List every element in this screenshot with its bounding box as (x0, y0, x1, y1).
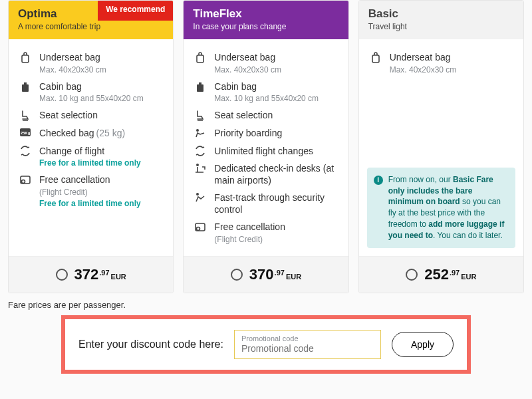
price-decimal: .97 (450, 269, 460, 277)
bag-underseat-icon (194, 52, 206, 64)
apply-button[interactable]: Apply (392, 332, 454, 357)
price-row: 372.97EUR (9, 256, 173, 293)
svg-point-14 (197, 227, 200, 231)
feature-text: Underseat bag (214, 52, 275, 63)
feature-list: Underseat bagMax. 40x20x30 cmCabin bagMa… (184, 39, 348, 256)
fare-card-optima: We recommendOptimaA more comfortable tri… (8, 0, 174, 293)
feature-item: Seat selection (19, 110, 162, 122)
promo-label: Enter your discount code here: (78, 338, 223, 350)
feature-item: 25KgChecked bag(25 kg) (19, 128, 162, 140)
feature-detail: Max. 10 kg and 55x40x20 cm (214, 94, 319, 104)
fasttrack-icon (194, 192, 206, 203)
seat-icon (194, 110, 206, 122)
promo-input[interactable] (241, 342, 374, 354)
fare-notice: iFrom now on, our Basic Fare only includ… (367, 168, 515, 248)
feature-detail: Max. 40x20x30 cm (390, 65, 457, 75)
change-icon (194, 146, 206, 156)
svg-point-6 (22, 180, 25, 184)
svg-rect-9 (199, 82, 201, 84)
radio-icon[interactable] (406, 269, 418, 281)
feature-item: Free cancellation(Flight Credit)Free for… (19, 174, 162, 209)
feature-promo: Free for a limited time only (39, 158, 141, 168)
bag-underseat-icon (19, 52, 31, 64)
bag-underseat-icon (370, 52, 382, 64)
feature-item: Underseat bagMax. 40x20x30 cm (19, 52, 162, 75)
fare-cards: We recommendOptimaA more comfortable tri… (8, 0, 524, 293)
feature-text: Cabin bag (39, 81, 82, 92)
feature-item: Seat selection (194, 110, 337, 122)
svg-point-11 (196, 164, 199, 166)
price-row: 252.97EUR (359, 256, 523, 293)
promo-placeholder: Promotional code (241, 334, 374, 342)
feature-text: Underseat bag (390, 52, 451, 63)
feature-text: Checked bag (39, 128, 94, 138)
notice-text: . You can do it later. (433, 231, 503, 240)
feature-detail: Max. 40x20x30 cm (214, 65, 281, 75)
feature-item: Underseat bagMax. 40x20x30 cm (194, 52, 337, 75)
promo-input-wrap[interactable]: Promotional code (234, 330, 381, 359)
recommend-ribbon: We recommend (98, 1, 173, 21)
notice-text: From now on, our (388, 175, 453, 184)
feature-detail: (25 kg) (96, 128, 126, 138)
feature-detail: Max. 40x20x30 cm (39, 65, 106, 75)
card-title: Basic (368, 7, 514, 21)
card-header: BasicTravel light (359, 1, 523, 39)
feature-list: Underseat bagMax. 40x20x30 cmCabin bagMa… (9, 39, 173, 256)
feature-text: Free cancellation (39, 174, 110, 185)
svg-rect-8 (197, 84, 203, 92)
price-whole: 252 (424, 266, 449, 283)
card-subtitle: In case your plans change (193, 22, 338, 31)
radio-icon[interactable] (56, 269, 68, 281)
card-title: TimeFlex (193, 7, 338, 21)
svg-rect-7 (197, 55, 203, 63)
change-icon (19, 146, 31, 156)
seat-icon (19, 110, 31, 122)
card-header: We recommendOptimaA more comfortable tri… (9, 1, 173, 39)
feature-item: Free cancellation(Flight Credit) (194, 221, 337, 245)
price-row: 370.97EUR (184, 256, 348, 293)
price-decimal: .97 (275, 269, 285, 277)
feature-item: Cabin bagMax. 10 kg and 55x40x20 cm (19, 81, 162, 104)
feature-item: Priority boarding (194, 128, 337, 140)
card-subtitle: A more comfortable trip (18, 22, 164, 31)
svg-text:25Kg: 25Kg (21, 131, 31, 135)
card-subtitle: Travel light (368, 22, 514, 31)
bag-checked-icon: 25Kg (19, 128, 31, 137)
svg-rect-1 (22, 84, 29, 92)
feature-item: Underseat bagMax. 40x20x30 cm (370, 52, 513, 75)
fare-card-basic: BasicTravel lightUnderseat bagMax. 40x20… (358, 0, 524, 293)
cancel-icon (19, 174, 31, 185)
feature-detail: (Flight Credit) (214, 235, 285, 245)
radio-icon[interactable] (231, 269, 243, 281)
promo-code-box: Enter your discount code here: Promotion… (61, 315, 471, 374)
feature-detail: (Flight Credit) (39, 188, 141, 198)
feature-text: Free cancellation (214, 221, 285, 232)
feature-text: Cabin bag (214, 81, 257, 92)
feature-text: Underseat bag (39, 52, 100, 63)
price-select[interactable]: 372.97EUR (56, 266, 126, 283)
svg-point-12 (196, 193, 199, 196)
bag-cabin-icon (194, 81, 206, 93)
feature-item: Change of flightFree for a limited time … (19, 146, 162, 169)
price-decimal: .97 (99, 269, 109, 277)
feature-text: Seat selection (214, 110, 273, 120)
price-select[interactable]: 252.97EUR (406, 266, 476, 283)
cancel-icon (194, 221, 206, 232)
svg-rect-0 (22, 55, 29, 63)
price-currency: EUR (286, 273, 301, 281)
feature-item: Cabin bagMax. 10 kg and 55x40x20 cm (194, 81, 337, 104)
price-currency: EUR (111, 273, 126, 281)
price-whole: 370 (249, 266, 274, 283)
bag-cabin-icon (19, 81, 31, 93)
desk-icon (194, 163, 206, 174)
svg-rect-2 (24, 82, 27, 84)
feature-text: Seat selection (39, 110, 98, 120)
price-currency: EUR (461, 273, 476, 281)
priority-icon (194, 128, 206, 138)
feature-text: Unlimited flight changes (214, 146, 313, 156)
svg-point-10 (196, 129, 199, 132)
price-select[interactable]: 370.97EUR (231, 266, 301, 283)
price-whole: 372 (74, 266, 99, 283)
fare-footnote: Fare prices are per passenger. (8, 300, 524, 310)
feature-text: Priority boarding (214, 128, 282, 138)
